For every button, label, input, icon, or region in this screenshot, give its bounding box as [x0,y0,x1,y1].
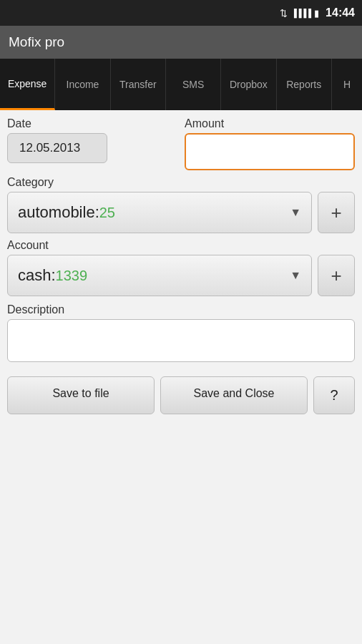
category-row: Category automobile:25 ▼ + [0,173,362,236]
status-bar: ⇅ ▐▐▐▐ ▮ 14:44 [0,0,362,26]
tab-sms-label: SMS [182,79,204,90]
category-arrow-icon: ▼ [290,206,301,219]
tab-reports-label: Reports [286,79,321,90]
main-content: Date 12.05.2013 Amount Category automobi… [0,110,362,421]
app-title: Mofix pro [9,34,64,50]
category-dropdown[interactable]: automobile:25 ▼ [7,192,312,233]
wifi-icon: ⇅ [280,8,288,19]
date-label: Date [7,117,177,130]
amount-group: Amount [185,117,355,170]
account-container: cash:1339 ▼ + [7,255,355,296]
category-name: automobile:25 [18,203,115,222]
title-bar: Mofix pro [0,26,362,59]
status-icons: ⇅ ▐▐▐▐ ▮ 14:44 [280,6,355,19]
category-label: Category [7,176,355,189]
add-account-button[interactable]: + [318,255,355,296]
tab-transfer-label: Transfer [119,79,157,90]
add-category-label: + [331,202,341,224]
tab-income-label: Income [67,79,99,90]
amount-label: Amount [185,117,355,130]
date-button[interactable]: 12.05.2013 [7,133,107,163]
date-amount-row: Date 12.05.2013 Amount [0,110,362,173]
tab-expense[interactable]: Expense [0,59,55,110]
add-category-button[interactable]: + [318,192,355,233]
save-to-file-label: Save to file [52,387,109,399]
signal-icon: ▐▐▐▐ [291,9,310,17]
save-and-close-button[interactable]: Save and Close [160,376,308,414]
date-group: Date 12.05.2013 [7,117,177,170]
battery-icon: ▮ [314,8,319,19]
tab-expense-label: Expense [8,78,47,89]
nav-tabs: Expense Income Transfer SMS Dropbox Repo… [0,59,362,110]
amount-input[interactable] [185,133,355,170]
account-name: cash:1339 [18,266,87,285]
account-arrow-icon: ▼ [290,269,301,282]
save-to-file-button[interactable]: Save to file [7,376,155,414]
description-label: Description [7,303,355,316]
tab-more-label: H [343,79,351,90]
bottom-area [0,421,362,644]
help-label: ? [330,387,338,403]
tab-dropbox[interactable]: Dropbox [221,59,276,110]
tab-dropbox-label: Dropbox [230,79,268,90]
help-button[interactable]: ? [313,376,355,414]
tab-transfer[interactable]: Transfer [111,59,166,110]
tab-income[interactable]: Income [55,59,110,110]
date-value: 12.05.2013 [19,141,80,155]
save-and-close-label: Save and Close [194,387,275,399]
action-buttons: Save to file Save and Close ? [0,369,362,421]
account-row: Account cash:1339 ▼ + [0,236,362,299]
add-account-label: + [331,265,341,287]
description-row: Description [0,299,362,369]
description-input[interactable] [7,319,355,362]
tab-reports[interactable]: Reports [277,59,332,110]
account-label: Account [7,239,355,252]
status-time: 14:44 [326,6,355,19]
account-dropdown[interactable]: cash:1339 ▼ [7,255,312,296]
tab-more[interactable]: H [332,59,362,110]
tab-sms[interactable]: SMS [166,59,221,110]
category-container: automobile:25 ▼ + [7,192,355,233]
